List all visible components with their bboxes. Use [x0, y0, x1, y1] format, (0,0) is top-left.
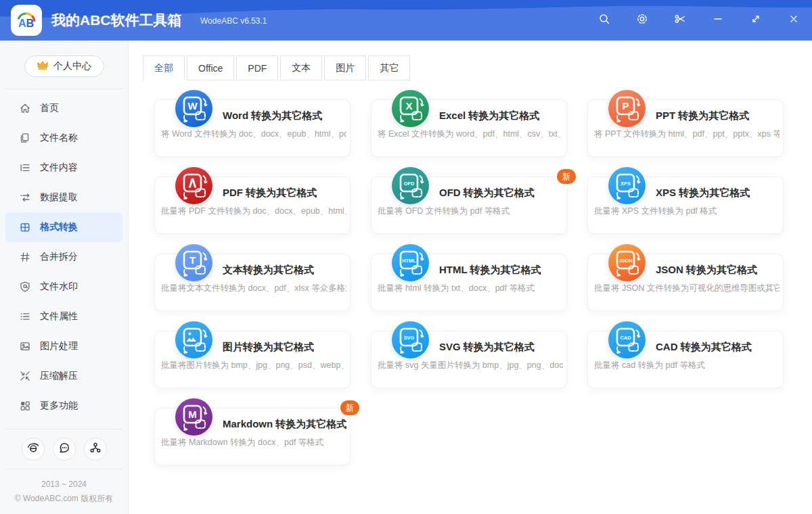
picture-icon [175, 321, 212, 358]
sidebar-item-label: 文件名称 [40, 132, 78, 144]
json-icon: JSON [608, 244, 646, 281]
share-button[interactable] [84, 438, 107, 461]
sidebar-item-compress[interactable]: 压缩解压 [5, 361, 122, 391]
tool-card-word[interactable]: W Word 转换为其它格式 将 Word 文件转换为 doc、docx、epu… [154, 99, 351, 157]
sidebar-item-file-content[interactable]: 文件内容 [5, 153, 122, 183]
sidebar: 个人中心 首页 文件名称 文件内容 数据提取 格式转换 合并拆分 文件水印 文件… [0, 41, 129, 514]
home-icon [19, 102, 31, 114]
sidebar-item-more[interactable]: 更多功能 [5, 391, 122, 421]
tool-card-json[interactable]: JSON JSON 转换为其它格式 批量将 JSON 文件转换为可视化的思维导图… [587, 254, 784, 311]
maximize-icon [750, 13, 762, 28]
tool-card-desc: 批量将 html 转换为 txt、docx、pdf 等格式 [378, 283, 563, 294]
new-badge: 新 [557, 169, 576, 184]
tool-card-text[interactable]: T 文本转换为其它格式 批量将文本文件转换为 docx、pdf、xlsx 等众多… [154, 254, 351, 311]
tool-card-title: OFD 转换为其它格式 [439, 187, 535, 200]
tool-card-markdown[interactable]: M Markdown 转换为其它格式 批量将 Markdown 转换为 docx… [154, 408, 351, 465]
tab-全部[interactable]: 全部 [143, 55, 185, 80]
tool-card-ofd[interactable]: OFD OFD 转换为其它格式 批量将 OFD 文件转换为 pdf 等格式 新 [371, 177, 567, 234]
tool-card-desc: 批量将图片转换为 bmp、jpg、png、psd、webp、 [161, 360, 346, 371]
svg-text:W: W [187, 99, 198, 111]
ie-browser-icon [27, 442, 39, 457]
tool-card-desc: 批量将 PDF 文件转换为 doc、docx、epub、html、 [161, 206, 346, 217]
ofd-icon: OFD [392, 167, 429, 204]
sidebar-item-label: 数据提取 [40, 191, 78, 204]
sidebar-item-data-extract[interactable]: 数据提取 [5, 183, 122, 212]
ppt-icon: P [608, 90, 646, 127]
svg-text:B: B [26, 17, 34, 29]
message-button[interactable] [53, 438, 76, 461]
tool-card-picture[interactable]: 图片转换为其它格式 批量将图片转换为 bmp、jpg、png、psd、webp、 [154, 331, 351, 388]
tool-card-xps[interactable]: XPS XPS 转换为其它格式 批量将 XPS 文件转换为 pdf 格式 [587, 177, 784, 234]
sidebar-item-label: 更多功能 [40, 400, 78, 412]
new-badge: 新 [340, 400, 359, 415]
tool-card-title: 文本转换为其它格式 [223, 264, 314, 277]
tab-图片[interactable]: 图片 [324, 55, 366, 80]
search-icon [598, 13, 610, 28]
minimize-button[interactable] [712, 14, 724, 26]
file-props-icon [19, 310, 31, 323]
sidebar-item-format-convert[interactable]: 格式转换 [5, 212, 122, 242]
file-name-icon [19, 132, 31, 144]
crown-icon [37, 60, 49, 73]
format-convert-icon [19, 221, 31, 233]
window-controls [598, 0, 800, 41]
tool-card-excel[interactable]: X Excel 转换为其它格式 将 Excel 文件转换为 word、pdf、h… [371, 99, 567, 157]
personal-center-button[interactable]: 个人中心 [24, 55, 104, 77]
sidebar-item-file-name[interactable]: 文件名称 [5, 123, 122, 153]
tool-card-title: HTML 转换为其它格式 [439, 264, 541, 277]
message-icon [58, 442, 70, 457]
sidebar-item-label: 合并拆分 [40, 251, 78, 263]
xps-icon: XPS [608, 167, 646, 204]
tab-label: 文本 [292, 62, 311, 74]
sidebar-item-merge-split[interactable]: 合并拆分 [5, 242, 122, 272]
tool-card-desc: 批量将 cad 转换为 pdf 等格式 [594, 360, 780, 371]
tool-card-title: Markdown 转换为其它格式 [223, 418, 346, 431]
sidebar-divider [5, 429, 122, 429]
sidebar-item-watermark[interactable]: 文件水印 [5, 272, 122, 302]
tool-card-html[interactable]: HTML HTML 转换为其它格式 批量将 html 转换为 txt、docx、… [371, 254, 567, 311]
close-icon [788, 13, 800, 28]
main-content: 全部 Office PDF 文本 图片 其它 W Word 转换为其它格式 将 … [129, 41, 812, 514]
svg-text:P: P [622, 99, 629, 111]
app-version: WodeABC v6.53.1 [200, 16, 267, 26]
sidebar-item-home[interactable]: 首页 [5, 93, 122, 123]
tab-PDF[interactable]: PDF [236, 55, 278, 80]
pdf-icon [175, 167, 212, 204]
tool-card-svg[interactable]: SVG SVG 转换为其它格式 批量将 svg 矢量图片转换为 bmp、jpg、… [371, 331, 567, 388]
sidebar-item-label: 图片处理 [40, 340, 78, 352]
compress-icon [19, 370, 31, 382]
tool-card-title: SVG 转换为其它格式 [439, 341, 535, 354]
sidebar-item-file-props[interactable]: 文件属性 [5, 302, 122, 331]
svg-text:M: M [188, 408, 197, 419]
tab-Office[interactable]: Office [187, 55, 234, 80]
sidebar-item-image-process[interactable]: 图片处理 [5, 331, 122, 361]
maximize-button[interactable] [750, 14, 762, 26]
tool-card-pdf[interactable]: PDF 转换为其它格式 批量将 PDF 文件转换为 doc、docx、epub、… [154, 177, 351, 234]
tab-文本[interactable]: 文本 [280, 55, 322, 80]
ie-browser-button[interactable] [22, 438, 45, 461]
tool-card-title: 图片转换为其它格式 [223, 341, 314, 354]
svg-text:JSON: JSON [618, 257, 632, 263]
tool-card-desc: 批量将 JSON 文件转换为可视化的思维导图或其它格 [594, 283, 780, 294]
svg-text:A: A [18, 17, 26, 29]
text-icon: T [175, 244, 212, 281]
tool-card-grid: W Word 转换为其它格式 将 Word 文件转换为 doc、docx、epu… [129, 80, 812, 465]
tool-card-cad[interactable]: CAD CAD 转换为其它格式 批量将 cad 转换为 pdf 等格式 [587, 331, 784, 388]
tool-card-desc: 将 Excel 文件转换为 word、pdf、html、csv、txt、s [378, 128, 563, 140]
close-button[interactable] [788, 14, 800, 26]
word-icon: W [175, 90, 212, 127]
tool-card-ppt[interactable]: P PPT 转换为其它格式 将 PPT 文件转换为 html、pdf、ppt、p… [587, 99, 784, 157]
cut-button[interactable] [674, 14, 686, 26]
tool-card-desc: 批量将 svg 矢量图片转换为 bmp、jpg、png、docx [378, 360, 563, 371]
tab-其它[interactable]: 其它 [368, 55, 410, 80]
share-icon [89, 442, 102, 457]
sidebar-item-label: 文件水印 [40, 281, 78, 293]
app-title: 我的ABC软件工具箱 [51, 11, 182, 30]
settings-button[interactable] [636, 14, 648, 26]
tool-card-title: JSON 转换为其它格式 [656, 264, 757, 277]
svg-icon: SVG [392, 321, 429, 358]
tool-card-desc: 批量将 Markdown 转换为 docx、pdf 等格式 [161, 437, 346, 448]
cut-icon [674, 13, 686, 28]
search-button[interactable] [598, 14, 610, 26]
sidebar-footer: 2013 ~ 2024 © WodeABC.com 版权所有 [0, 469, 128, 506]
